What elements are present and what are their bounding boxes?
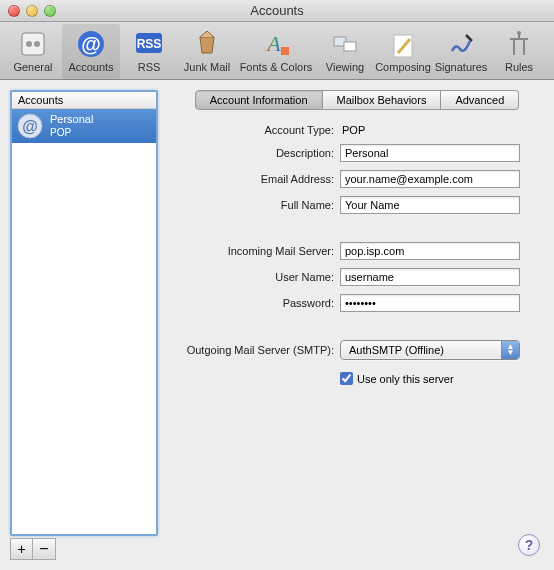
username-input[interactable] (340, 268, 520, 286)
toolbar-rules[interactable]: Rules (490, 24, 548, 79)
toolbar-accounts-label: Accounts (68, 61, 113, 73)
rss-icon: RSS (133, 28, 165, 60)
incoming-label: Incoming Mail Server: (170, 245, 334, 257)
toolbar-composing-label: Composing (375, 61, 431, 73)
svg-rect-8 (281, 47, 289, 55)
toolbar-general-label: General (13, 61, 52, 73)
at-icon: @ (75, 28, 107, 60)
account-type-value: POP (340, 124, 365, 136)
description-input[interactable] (340, 144, 520, 162)
svg-point-1 (26, 41, 32, 47)
svg-point-2 (34, 41, 40, 47)
accounts-list[interactable]: Accounts @ Personal POP (10, 90, 158, 536)
svg-text:RSS: RSS (137, 37, 162, 51)
titlebar: Accounts (0, 0, 554, 22)
toolbar-junk-label: Junk Mail (184, 61, 230, 73)
preferences-toolbar: General @ Accounts RSS RSS Junk Mail A F… (0, 22, 554, 80)
toolbar-signatures[interactable]: Signatures (432, 24, 490, 79)
use-only-checkbox[interactable] (340, 372, 353, 385)
fonts-icon: A (260, 28, 292, 60)
rules-icon (503, 28, 535, 60)
at-icon: @ (16, 112, 44, 140)
toolbar-accounts[interactable]: @ Accounts (62, 24, 120, 79)
remove-account-button[interactable]: − (33, 539, 55, 559)
account-type: POP (50, 127, 93, 139)
toolbar-viewing-label: Viewing (326, 61, 364, 73)
email-label: Email Address: (170, 173, 334, 185)
toolbar-composing[interactable]: Composing (374, 24, 432, 79)
password-label: Password: (170, 297, 334, 309)
password-input[interactable] (340, 294, 520, 312)
composing-icon (387, 28, 419, 60)
outgoing-label: Outgoing Mail Server (SMTP): (170, 344, 334, 356)
svg-rect-10 (344, 42, 356, 51)
fullname-input[interactable] (340, 196, 520, 214)
outgoing-server-select[interactable]: AuthSMTP (Offline) ▲▼ (340, 340, 520, 360)
toolbar-fonts[interactable]: A Fonts & Colors (236, 24, 316, 79)
toolbar-general[interactable]: General (4, 24, 62, 79)
toolbar-junk[interactable]: Junk Mail (178, 24, 236, 79)
toolbar-rules-label: Rules (505, 61, 533, 73)
window-title: Accounts (0, 3, 554, 18)
toolbar-rss-label: RSS (138, 61, 161, 73)
svg-point-12 (517, 31, 521, 35)
tab-advanced[interactable]: Advanced (441, 90, 519, 110)
tab-mailbox-behaviors[interactable]: Mailbox Behaviors (323, 90, 442, 110)
add-remove-buttons: + − (10, 538, 56, 560)
junk-icon (191, 28, 223, 60)
accounts-sidebar: Accounts @ Personal POP + − (10, 90, 158, 560)
viewing-icon (329, 28, 361, 60)
outgoing-server-value: AuthSMTP (Offline) (349, 344, 444, 356)
account-form: Account Type: POP Description: Email Add… (170, 124, 544, 385)
tab-bar: Account Information Mailbox Behaviors Ad… (170, 90, 544, 110)
main-panel: Account Information Mailbox Behaviors Ad… (158, 90, 544, 560)
general-icon (17, 28, 49, 60)
incoming-server-input[interactable] (340, 242, 520, 260)
toolbar-signatures-label: Signatures (435, 61, 488, 73)
add-account-button[interactable]: + (11, 539, 33, 559)
signatures-icon (445, 28, 477, 60)
svg-text:@: @ (22, 118, 38, 135)
svg-rect-0 (22, 33, 44, 55)
accounts-list-header: Accounts (12, 92, 156, 109)
fullname-label: Full Name: (170, 199, 334, 211)
account-type-label: Account Type: (170, 124, 334, 136)
email-input[interactable] (340, 170, 520, 188)
toolbar-viewing[interactable]: Viewing (316, 24, 374, 79)
svg-text:A: A (265, 31, 281, 56)
select-arrows-icon: ▲▼ (501, 341, 519, 359)
toolbar-rss[interactable]: RSS RSS (120, 24, 178, 79)
description-label: Description: (170, 147, 334, 159)
account-name: Personal (50, 113, 93, 126)
help-button[interactable]: ? (518, 534, 540, 556)
use-only-label: Use only this server (357, 373, 454, 385)
toolbar-fonts-label: Fonts & Colors (240, 61, 313, 73)
account-item[interactable]: @ Personal POP (12, 109, 156, 143)
tab-account-info[interactable]: Account Information (195, 90, 323, 110)
username-label: User Name: (170, 271, 334, 283)
svg-text:@: @ (81, 33, 101, 55)
